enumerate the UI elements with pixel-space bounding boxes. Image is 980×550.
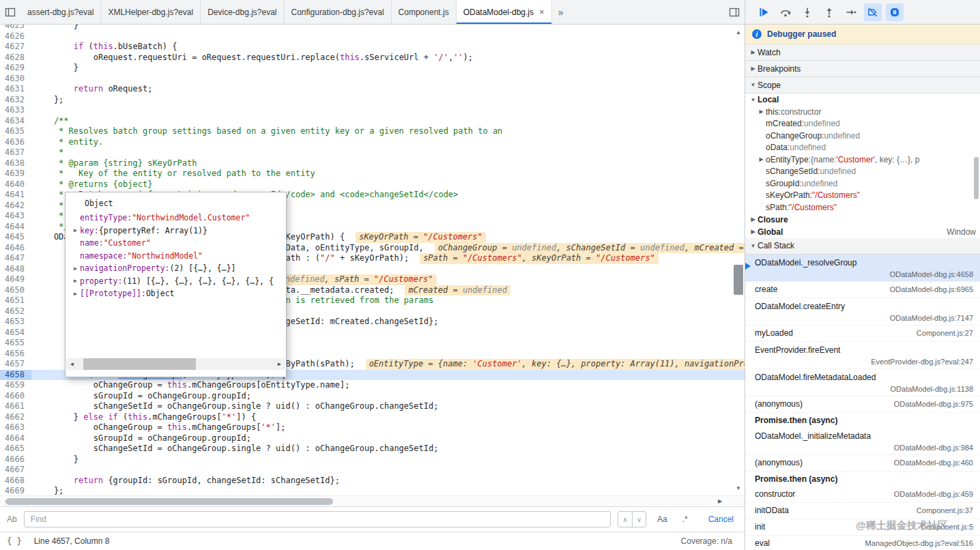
code-text[interactable]: * @param {string} sKeyOrPath bbox=[31, 158, 197, 169]
line-number[interactable]: 4657 bbox=[0, 359, 31, 370]
tab-ODataModel-dbg.js[interactable]: ODataModel-dbg.js× bbox=[457, 0, 552, 24]
line-number[interactable]: 4666 bbox=[0, 454, 31, 465]
line-number[interactable]: 4662 bbox=[0, 412, 31, 423]
tab-assert-dbg.js?eval[interactable]: assert-dbg.js?eval bbox=[20, 0, 101, 24]
line-number[interactable]: 4669 bbox=[0, 486, 31, 495]
section-breakpoints[interactable]: Breakpoints bbox=[745, 61, 980, 77]
code-text[interactable]: * @returns {object} bbox=[31, 179, 152, 190]
line-number[interactable]: 4667 bbox=[0, 465, 31, 476]
line-number[interactable]: 4635 bbox=[0, 126, 31, 137]
line-number[interactable]: 4651 bbox=[0, 295, 31, 306]
line-number[interactable]: 4658 bbox=[0, 370, 31, 381]
scroll-up-arrow-icon[interactable] bbox=[732, 27, 745, 37]
close-icon[interactable]: × bbox=[539, 8, 545, 16]
line-number[interactable]: 4652 bbox=[0, 306, 31, 317]
line-number[interactable]: 4668 bbox=[0, 476, 31, 487]
code-text[interactable]: return oRequest; bbox=[31, 84, 152, 95]
code-text[interactable]: */ bbox=[31, 222, 69, 233]
popup-property-property[interactable]: property: (11) [{…}, {…}, {…}, {…}, {…},… bbox=[66, 275, 286, 288]
tab-Component.js[interactable]: Component.js bbox=[392, 0, 457, 24]
tab-XMLHelper-dbg.js?eval[interactable]: XMLHelper-dbg.js?eval bbox=[101, 0, 201, 24]
code-text[interactable]: * entity. bbox=[31, 137, 103, 148]
code-text[interactable]: } bbox=[31, 25, 78, 31]
line-number[interactable]: 4636 bbox=[0, 137, 31, 148]
editor-horizontal-scrollbar[interactable] bbox=[0, 495, 745, 506]
pause-on-exceptions-button[interactable] bbox=[886, 3, 904, 21]
code-text[interactable]: } else if (this.mChangeGroups['*']) { bbox=[31, 412, 256, 423]
horizontal-scrollbar-thumb[interactable] bbox=[5, 498, 333, 505]
scope-var-sChangeSetId[interactable]: sChangeSetId: undefined bbox=[745, 166, 980, 178]
scope-var-mCreated[interactable]: mCreated: undefined bbox=[745, 118, 980, 130]
line-number[interactable]: 4627 bbox=[0, 42, 31, 53]
tab-Device-dbg.js?eval[interactable]: Device-dbg.js?eval bbox=[201, 0, 284, 24]
step-button[interactable] bbox=[842, 3, 860, 21]
line-number[interactable]: 4654 bbox=[0, 328, 31, 338]
scope-var-this[interactable]: this: constructor bbox=[745, 106, 980, 118]
line-number[interactable]: 4639 bbox=[0, 169, 31, 179]
match-case-button[interactable]: Aa bbox=[653, 515, 672, 524]
line-number[interactable]: 4665 bbox=[0, 444, 31, 454]
show-navigator-icon[interactable] bbox=[0, 0, 20, 24]
pretty-print-icon[interactable]: { } bbox=[7, 536, 22, 546]
stack-frame-ODataModel._initializeMetadata[interactable]: ODataModel._initializeMetadataODataModel… bbox=[745, 428, 980, 455]
code-text[interactable]: if (this.bUseBatch) { bbox=[31, 42, 177, 53]
code-text[interactable]: }; bbox=[31, 95, 63, 106]
find-input[interactable] bbox=[24, 511, 611, 527]
scope-group-Local[interactable]: Local bbox=[745, 93, 980, 106]
code-text[interactable]: sChangeSetId = oChangeGroup.single ? uid… bbox=[31, 444, 438, 454]
code-text[interactable]: * bbox=[31, 201, 63, 212]
popup-property-namespace[interactable]: namespace: "NorthwindModel" bbox=[66, 250, 286, 263]
editor-vertical-scrollbar[interactable] bbox=[732, 25, 745, 495]
stack-frame-eval[interactable]: evalManagedObject-dbg.js?eval:516 bbox=[745, 536, 980, 550]
regex-button[interactable]: .* bbox=[678, 515, 692, 524]
line-number[interactable]: 4664 bbox=[0, 433, 31, 444]
section-watch[interactable]: Watch bbox=[745, 44, 980, 61]
code-text[interactable]: * bbox=[31, 147, 63, 158]
line-number[interactable]: 4641 bbox=[0, 190, 31, 201]
line-number[interactable]: 4648 bbox=[0, 264, 31, 275]
code-text[interactable]: * Resolves batch group settings based on… bbox=[31, 126, 502, 137]
line-number[interactable]: 4644 bbox=[0, 222, 31, 233]
step-into-button[interactable] bbox=[798, 3, 816, 21]
line-number[interactable]: 4656 bbox=[0, 349, 31, 360]
code-text[interactable]: return {groupId: sGroupId, changeSetId: … bbox=[31, 476, 340, 487]
scope-var-sPath[interactable]: sPath: "/Customers" bbox=[745, 201, 980, 214]
code-text[interactable]: } bbox=[31, 63, 78, 74]
stack-frame-ODataModel.fireMetadataLoaded[interactable]: ODataModel.fireMetadataLoadedODataModel-… bbox=[745, 369, 980, 396]
section-call-stack[interactable]: Call Stack bbox=[745, 238, 980, 255]
popup-property-[[Prototype]][interactable]: [[Prototype]]: Object bbox=[66, 287, 286, 300]
line-number[interactable]: 4637 bbox=[0, 147, 31, 158]
step-out-button[interactable] bbox=[820, 3, 838, 21]
code-text[interactable]: /** bbox=[31, 116, 69, 127]
code-text[interactable]: sGroupId = oChangeGroup.groupId; bbox=[31, 391, 251, 402]
line-number[interactable]: 4649 bbox=[0, 274, 31, 285]
popup-property-navigationProperty[interactable]: navigationProperty: (2) [{…}, {…}] bbox=[66, 262, 286, 275]
line-number[interactable]: 4661 bbox=[0, 401, 31, 412]
code-text[interactable]: }; bbox=[31, 486, 63, 495]
deactivate-breakpoints-button[interactable] bbox=[864, 3, 882, 21]
line-number[interactable]: 4626 bbox=[0, 31, 31, 42]
tab-overflow-button[interactable]: » bbox=[552, 0, 570, 24]
code-text[interactable]: } bbox=[31, 454, 78, 465]
scope-group-Global[interactable]: GlobalWindow bbox=[745, 226, 980, 238]
line-number[interactable]: 4638 bbox=[0, 158, 31, 169]
line-number[interactable]: 4628 bbox=[0, 53, 31, 63]
popup-scrollbar-thumb[interactable] bbox=[83, 358, 196, 370]
popup-scroll-track[interactable] bbox=[78, 358, 274, 370]
code-text[interactable]: sChangeSetId = oChangeGroup.single ? uid… bbox=[31, 401, 438, 412]
scope-var-sKeyOrPath[interactable]: sKeyOrPath: "/Customers" bbox=[745, 190, 980, 202]
line-number[interactable]: 4663 bbox=[0, 422, 31, 433]
resume-button[interactable] bbox=[755, 3, 773, 21]
line-number[interactable]: 4645 bbox=[0, 232, 31, 243]
scope-var-oEntityType[interactable]: oEntityType: {name: 'Customer', key: {…}… bbox=[745, 154, 980, 166]
stack-frame-myLoaded[interactable]: myLoadedComponent.js:27 bbox=[745, 325, 980, 342]
popup-property-name[interactable]: name: "Customer" bbox=[66, 237, 286, 250]
hide-debugger-sidebar-icon[interactable] bbox=[724, 0, 745, 24]
line-number[interactable]: 4642 bbox=[0, 201, 31, 212]
popup-property-key[interactable]: key: {propertyRef: Array(1)} bbox=[66, 225, 286, 237]
popup-scroll-right-icon[interactable] bbox=[274, 358, 285, 370]
scope-var-sGroupId[interactable]: sGroupId: undefined bbox=[745, 177, 980, 190]
line-number[interactable]: 4633 bbox=[0, 105, 31, 116]
vertical-scrollbar-thumb[interactable] bbox=[734, 265, 743, 295]
stack-frame-EventProvider.fireEvent[interactable]: EventProvider.fireEventEventProvider-dbg… bbox=[745, 342, 980, 369]
